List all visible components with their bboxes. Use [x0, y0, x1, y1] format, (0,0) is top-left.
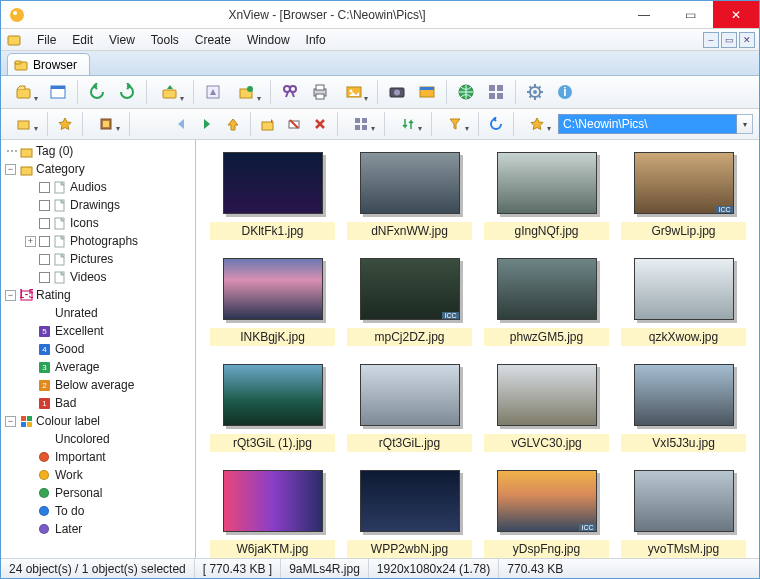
- menu-file[interactable]: File: [29, 31, 64, 49]
- thumbnail-item[interactable]: phwzGM5.jpg: [484, 258, 609, 346]
- minimize-button[interactable]: —: [621, 1, 667, 28]
- colour-item[interactable]: Personal: [1, 484, 195, 502]
- mdi-close-button[interactable]: ✕: [739, 32, 755, 48]
- colour-item[interactable]: To do: [1, 502, 195, 520]
- thumbnail-item[interactable]: dNFxnWW.jpg: [347, 152, 472, 240]
- rating-item[interactable]: 2Below average: [1, 376, 195, 394]
- thumbnail-label: DKltFk1.jpg: [210, 222, 335, 240]
- search-button[interactable]: [277, 79, 303, 105]
- thumbnail-item[interactable]: ICCmpCj2DZ.jpg: [347, 258, 472, 346]
- checkbox[interactable]: [39, 182, 50, 193]
- colour-item[interactable]: Important: [1, 448, 195, 466]
- thumbnail-item[interactable]: W6jaKTM.jpg: [210, 470, 335, 558]
- thumbnail-item[interactable]: VxI5J3u.jpg: [621, 364, 746, 452]
- new-folder-button[interactable]: [257, 113, 279, 135]
- category-item[interactable]: Drawings: [1, 196, 195, 214]
- thumbnail-item[interactable]: DKltFk1.jpg: [210, 152, 335, 240]
- refresh-button[interactable]: [485, 113, 507, 135]
- grid-view-button[interactable]: [483, 79, 509, 105]
- rating-item[interactable]: 5Excellent: [1, 322, 195, 340]
- catalog-button[interactable]: [89, 113, 123, 135]
- checkbox[interactable]: [39, 200, 50, 211]
- colour-item[interactable]: Uncolored: [1, 430, 195, 448]
- thumbnail-item[interactable]: gIngNQf.jpg: [484, 152, 609, 240]
- checkbox[interactable]: [39, 272, 50, 283]
- thumbnail-item[interactable]: yvoTMsM.jpg: [621, 470, 746, 558]
- maximize-button[interactable]: ▭: [667, 1, 713, 28]
- category-item[interactable]: Videos: [1, 268, 195, 286]
- collapse-icon[interactable]: −: [5, 164, 16, 175]
- print-button[interactable]: [307, 79, 333, 105]
- path-input[interactable]: [558, 114, 737, 134]
- close-button[interactable]: ✕: [713, 1, 759, 28]
- fullscreen-button[interactable]: [45, 79, 71, 105]
- collapse-icon[interactable]: −: [5, 290, 16, 301]
- thumbnail-item[interactable]: vGLVC30.jpg: [484, 364, 609, 452]
- thumbnail-item[interactable]: rQt3GiL.jpg: [347, 364, 472, 452]
- web-button[interactable]: [453, 79, 479, 105]
- icc-badge: ICC: [442, 312, 458, 319]
- tree-tag[interactable]: ⋯ Tag (0): [1, 142, 195, 160]
- up-folder-button[interactable]: [153, 79, 187, 105]
- menu-create[interactable]: Create: [187, 31, 239, 49]
- rating-item[interactable]: 3Average: [1, 358, 195, 376]
- path-dropdown-button[interactable]: ▾: [737, 114, 753, 134]
- bookmark-button[interactable]: [520, 113, 554, 135]
- tree-category[interactable]: − Category: [1, 160, 195, 178]
- tree-colour-label[interactable]: − Colour label: [1, 412, 195, 430]
- tree-rating[interactable]: − 1-5 Rating: [1, 286, 195, 304]
- rating-item[interactable]: 1Bad: [1, 394, 195, 412]
- mdi-minimize-button[interactable]: –: [703, 32, 719, 48]
- thumbnail-label: mpCj2DZ.jpg: [347, 328, 472, 346]
- rename-button[interactable]: [283, 113, 305, 135]
- batch-button[interactable]: [230, 79, 264, 105]
- settings-button[interactable]: [522, 79, 548, 105]
- checkbox[interactable]: [39, 218, 50, 229]
- colour-item[interactable]: Later: [1, 520, 195, 538]
- rotate-ccw-button[interactable]: [84, 79, 110, 105]
- menu-edit[interactable]: Edit: [64, 31, 101, 49]
- menu-tools[interactable]: Tools: [143, 31, 187, 49]
- thumbnail-label: phwzGM5.jpg: [484, 328, 609, 346]
- icc-badge: ICC: [579, 524, 595, 531]
- category-item[interactable]: Icons: [1, 214, 195, 232]
- rating-item[interactable]: Unrated: [1, 304, 195, 322]
- thumbnail-item[interactable]: qzkXwow.jpg: [621, 258, 746, 346]
- convert-button[interactable]: [200, 79, 226, 105]
- checkbox[interactable]: [39, 254, 50, 265]
- menu-window[interactable]: Window: [239, 31, 298, 49]
- delete-button[interactable]: [309, 113, 331, 135]
- open-button[interactable]: [7, 79, 41, 105]
- tab-browser[interactable]: Browser: [7, 53, 90, 75]
- thumbnail-item[interactable]: WPP2wbN.jpg: [347, 470, 472, 558]
- folder-tree-button[interactable]: [7, 113, 41, 135]
- category-item[interactable]: Pictures: [1, 250, 195, 268]
- nav-back-button[interactable]: [170, 113, 192, 135]
- mdi-restore-button[interactable]: ▭: [721, 32, 737, 48]
- capture-button[interactable]: [384, 79, 410, 105]
- rating-item[interactable]: 4Good: [1, 340, 195, 358]
- sort-button[interactable]: [391, 113, 425, 135]
- compare-button[interactable]: [414, 79, 440, 105]
- checkbox[interactable]: [39, 236, 50, 247]
- menu-view[interactable]: View: [101, 31, 143, 49]
- thumbnail-item[interactable]: ICCyDspFng.jpg: [484, 470, 609, 558]
- thumbnail-item[interactable]: ICCGr9wLip.jpg: [621, 152, 746, 240]
- thumbnail-item[interactable]: INKBgjK.jpg: [210, 258, 335, 346]
- nav-forward-button[interactable]: [196, 113, 218, 135]
- colour-item[interactable]: Work: [1, 466, 195, 484]
- category-item[interactable]: Audios: [1, 178, 195, 196]
- rotate-cw-button[interactable]: [114, 79, 140, 105]
- favorite-button[interactable]: [54, 113, 76, 135]
- view-mode-button[interactable]: [344, 113, 378, 135]
- expand-icon[interactable]: +: [25, 236, 36, 247]
- thumbnail-pane[interactable]: DKltFk1.jpgdNFxnWW.jpggIngNQf.jpgICCGr9w…: [196, 140, 759, 558]
- slideshow-button[interactable]: [337, 79, 371, 105]
- collapse-icon[interactable]: −: [5, 416, 16, 427]
- category-item[interactable]: +Photographs: [1, 232, 195, 250]
- thumbnail-item[interactable]: rQt3GiL (1).jpg: [210, 364, 335, 452]
- info-button[interactable]: i: [552, 79, 578, 105]
- menu-info[interactable]: Info: [298, 31, 334, 49]
- nav-up-button[interactable]: [222, 113, 244, 135]
- filter-button[interactable]: [438, 113, 472, 135]
